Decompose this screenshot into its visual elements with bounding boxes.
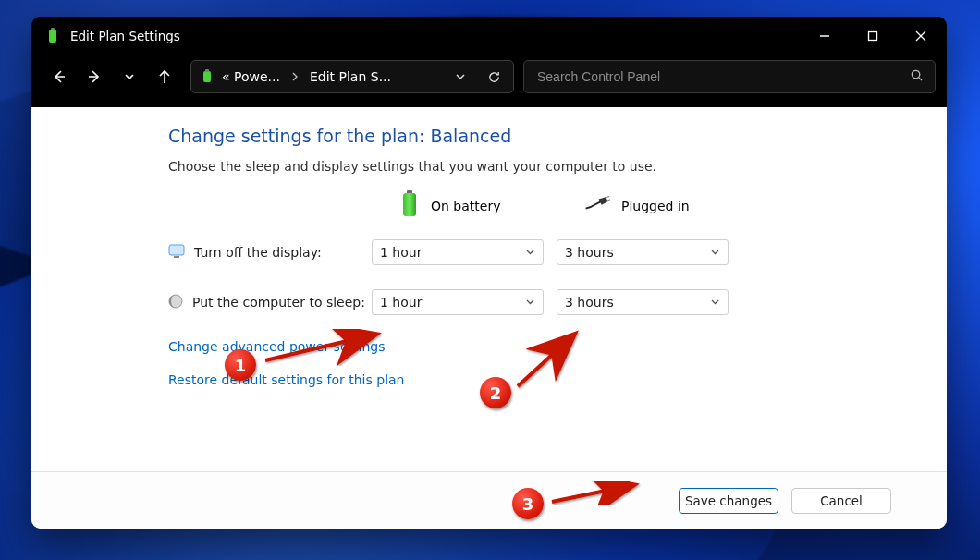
svg-line-21 — [518, 335, 573, 386]
annotation-marker-1: 1 — [225, 349, 256, 381]
annotation-marker-2: 2 — [480, 377, 511, 408]
svg-line-22 — [552, 485, 632, 502]
annotation-arrows — [0, 0, 980, 560]
desktop-wallpaper: Edit Plan Settings — [0, 0, 980, 560]
svg-line-20 — [265, 335, 374, 360]
annotation-marker-3: 3 — [512, 488, 544, 519]
